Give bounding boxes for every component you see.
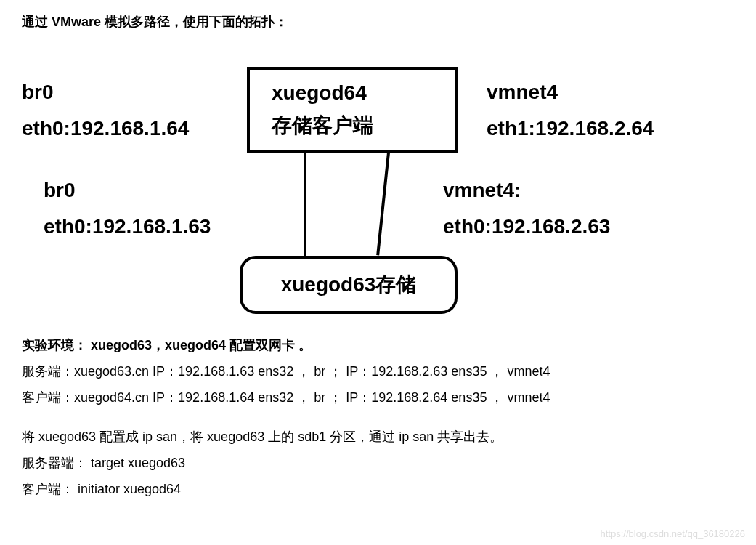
server-info: 服务端：xuegod63.cn IP：192.168.1.63 ens32 ， … [22,358,734,384]
label-mid-left: br0 eth0:192.168.1.63 [44,172,211,246]
vmnet4-63-label: vmnet4: [443,172,610,209]
server-role: 服务器端： target xuegod63 [22,450,734,476]
connector-left [304,153,306,256]
info-section: 实验环境： xuegod63，xuegod64 配置双网卡 。 服务端：xueg… [0,321,756,502]
client-role: 客户端： initiator xuegod64 [22,476,734,502]
br0-label: br0 [22,74,189,110]
label-mid-right: vmnet4: eth0:192.168.2.63 [443,172,610,246]
eth1-64-label: eth1:192.168.2.64 [487,110,654,147]
eth0-63-label: eth0:192.168.1.63 [44,209,211,245]
eth0-64-label: eth0:192.168.1.64 [22,110,189,147]
connector-right [376,153,390,256]
env-title: 实验环境： xuegod63，xuegod64 配置双网卡 。 [22,338,312,352]
vmnet4-label: vmnet4 [487,74,654,110]
client-info: 客户端：xuegod64.cn IP：192.168.1.64 ens32 ， … [22,384,734,411]
watermark: https://blog.csdn.net/qq_36180226 [601,528,746,539]
node-xuegod63-label: xuegod63存储 [281,271,417,299]
page-title: 通过 VMware 模拟多路径，使用下面的拓扑： [0,0,756,31]
node-xuegod63: xuegod63存储 [240,256,458,314]
node-xuegod64: xuegod64 存储客户端 [247,67,458,153]
description: 将 xuegod63 配置成 ip san，将 xuegod63 上的 sdb1… [22,424,734,450]
label-top-left: br0 eth0:192.168.1.64 [22,74,189,148]
node-xuegod64-role: 存储客户端 [272,110,455,142]
topology-diagram: xuegod64 存储客户端 br0 eth0:192.168.1.64 vmn… [0,31,756,321]
label-top-right: vmnet4 eth1:192.168.2.64 [487,74,654,148]
eth0-263-label: eth0:192.168.2.63 [443,209,610,245]
br0-63-label: br0 [44,172,211,209]
node-xuegod64-name: xuegod64 [272,77,455,110]
